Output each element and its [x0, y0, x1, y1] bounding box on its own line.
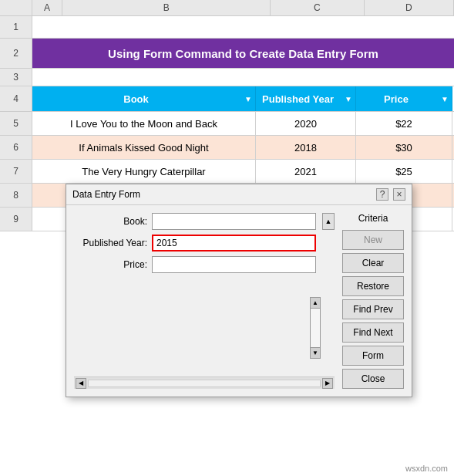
- book-input[interactable]: [152, 213, 316, 230]
- h-scroll-track: [88, 380, 321, 387]
- row-3: 3: [0, 69, 454, 86]
- form-button[interactable]: Form: [342, 346, 404, 366]
- close-button[interactable]: Close: [342, 369, 404, 389]
- header-price-label: Price: [384, 93, 409, 105]
- data-entry-dialog: Data Entry Form ? × Book: ▲: [66, 184, 412, 397]
- col-header-c: C: [271, 0, 364, 15]
- scroll-up-icon: ▲: [325, 218, 332, 225]
- new-button[interactable]: New: [342, 230, 404, 250]
- horizontal-scrollbar: ◀ ▶: [74, 376, 335, 389]
- header-year-label: Published Year: [262, 93, 334, 105]
- find-next-button[interactable]: Find Next: [342, 322, 404, 343]
- year-field-row: Published Year:: [74, 235, 335, 252]
- dialog-title: Data Entry Form: [72, 189, 140, 200]
- row-num-9: 9: [0, 208, 32, 231]
- spreadsheet-title: Using Form Command to Create Data Entry …: [32, 39, 454, 68]
- header-year[interactable]: Published Year ▼: [256, 86, 356, 111]
- row-num-1: 1: [0, 16, 32, 38]
- cell-6c: 2018: [256, 136, 356, 159]
- header-price[interactable]: Price ▼: [356, 86, 452, 111]
- row-num-3: 3: [0, 69, 32, 86]
- book-dropdown-icon[interactable]: ▼: [244, 95, 252, 103]
- vertical-scrollbar[interactable]: ▲ ▼: [310, 297, 321, 359]
- row-num-7: 7: [0, 160, 32, 183]
- row-6: 6 If Animals Kissed Good Night 2018 $30: [0, 136, 454, 160]
- book-field-row: Book: ▲: [74, 213, 335, 230]
- dialog-buttons: Criteria New Clear Restore Find Prev Fin…: [342, 213, 404, 389]
- criteria-label: Criteria: [342, 213, 404, 224]
- book-input-wrap: [152, 213, 316, 230]
- year-input-wrap: [152, 235, 316, 252]
- year-dropdown-icon[interactable]: ▼: [345, 95, 352, 103]
- dialog-form-fields: Book: ▲ Published Year:: [74, 213, 335, 292]
- dialog-help-button[interactable]: ?: [376, 188, 388, 201]
- price-dropdown-icon[interactable]: ▼: [441, 95, 449, 103]
- corner-cell: [0, 0, 32, 15]
- dialog-titlebar: Data Entry Form ? ×: [66, 184, 412, 205]
- row-num-6: 6: [0, 136, 32, 159]
- year-input[interactable]: [152, 235, 316, 252]
- row-5: 5 I Love You to the Moon and Back 2020 $…: [0, 112, 454, 136]
- price-input-wrap: [152, 256, 316, 273]
- col-header-d: D: [365, 0, 454, 15]
- price-label: Price:: [74, 259, 147, 270]
- watermark: wsxdn.com: [405, 464, 448, 473]
- row-4: 4 Book ▼ Published Year ▼ Price ▼: [0, 86, 454, 112]
- h-scroll-right-btn[interactable]: ▶: [322, 378, 333, 389]
- clear-button[interactable]: Clear: [342, 253, 404, 273]
- col-header-a: A: [32, 0, 62, 15]
- restore-button[interactable]: Restore: [342, 276, 404, 296]
- cell-5b: I Love You to the Moon and Back: [32, 112, 256, 135]
- row-num-8: 8: [0, 184, 32, 207]
- row3-content: [32, 69, 454, 86]
- scroll-up-btn[interactable]: ▲: [311, 298, 320, 309]
- book-scroll-up[interactable]: ▲: [322, 213, 335, 230]
- left-scrollbar-area: ▲ ▼: [74, 297, 335, 376]
- price-input[interactable]: [152, 256, 316, 273]
- dialog-controls: ? ×: [376, 188, 405, 201]
- row-num-4: 4: [0, 86, 32, 111]
- book-label: Book:: [74, 216, 147, 227]
- cell-5d: $22: [356, 112, 452, 135]
- row-num-2: 2: [0, 39, 32, 68]
- row-2: 2 Using Form Command to Create Data Entr…: [0, 39, 454, 69]
- cell-7b: The Very Hungry Caterpillar: [32, 160, 256, 183]
- header-book-label: Book: [123, 93, 149, 105]
- h-scroll-left-btn[interactable]: ◀: [76, 378, 86, 389]
- cell-7c: 2021: [256, 160, 356, 183]
- cell-7d: $25: [356, 160, 452, 183]
- dialog-body: Book: ▲ Published Year:: [66, 205, 412, 397]
- col-headers: A B C D: [0, 0, 454, 16]
- dialog-close-x-button[interactable]: ×: [393, 188, 405, 201]
- col-header-b: B: [62, 0, 271, 15]
- scroll-track: [311, 309, 320, 347]
- cell-6b: If Animals Kissed Good Night: [32, 136, 256, 159]
- row-1: 1: [0, 16, 454, 39]
- scroll-down-btn[interactable]: ▼: [311, 347, 320, 358]
- row-num-5: 5: [0, 112, 32, 135]
- cell-6d: $30: [356, 136, 452, 159]
- find-prev-button[interactable]: Find Prev: [342, 299, 404, 319]
- year-label: Published Year:: [74, 238, 147, 248]
- row1-content: [32, 16, 454, 38]
- row-7: 7 The Very Hungry Caterpillar 2021 $25: [0, 160, 454, 184]
- cell-5c: 2020: [256, 112, 356, 135]
- header-book[interactable]: Book ▼: [32, 86, 256, 111]
- price-field-row: Price:: [74, 256, 335, 273]
